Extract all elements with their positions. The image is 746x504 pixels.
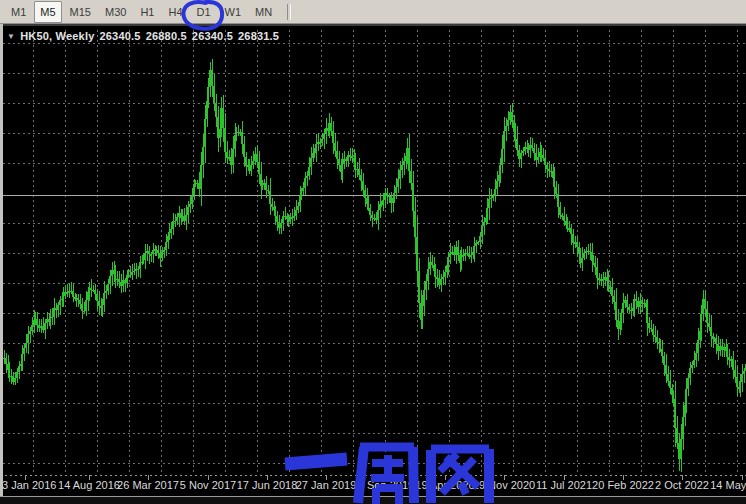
tf-h4-button[interactable]: H4 [162,1,188,23]
x-axis-label: 14 Aug 2016 [58,479,120,491]
x-axis-label: 20 Feb 2022 [592,479,654,491]
x-axis-label: 3 Jan 2016 [2,479,56,491]
tf-m5-button[interactable]: M5 [34,1,61,23]
x-axis-label: 11 Jul 2021 [536,479,592,491]
candlestick-chart-canvas[interactable] [0,0,746,504]
x-axis-label: 14 May 2023 [710,479,746,491]
x-axis-label: 27 Jan 2019 [296,479,357,491]
timeframe-toolbar: M1 M5 M15 M30 H1 H4 D1 W1 MN [0,0,746,24]
tf-w1-button[interactable]: W1 [219,1,248,23]
x-axis-label: 29 Nov 2020 [473,479,535,491]
x-axis: 3 Jan 201614 Aug 201626 Mar 20175 Nov 20… [0,479,746,495]
tf-m1-button[interactable]: M1 [5,1,32,23]
app-window: M1 M5 M15 M30 H1 H4 D1 W1 MN ▼HK50, Week… [0,0,746,504]
symbol-period-label: HK50, Weekly [20,30,94,42]
chevron-down-icon[interactable]: ▼ [7,32,15,41]
x-axis-label: 17 Jun 2018 [237,479,298,491]
x-axis-label: 5 Nov 2017 [180,479,236,491]
tf-h1-button[interactable]: H1 [134,1,160,23]
x-axis-label: 2 Oct 2022 [655,479,709,491]
tf-d1-button[interactable]: D1 [191,1,217,23]
x-axis-label: 26 Mar 2017 [117,479,179,491]
ohlc-high: 26880.5 [146,30,187,42]
tf-mn-button[interactable]: MN [249,1,278,23]
toolbar-separator [287,4,291,20]
x-axis-label: 19 Apr 2020 [415,479,474,491]
chart-window-top-border [0,24,746,26]
x-axis-label: 8 Sep 2019 [358,479,414,491]
ohlc-low: 26340.5 [192,30,233,42]
ohlc-close: 26831.5 [238,30,279,42]
tf-m15-button[interactable]: M15 [64,1,97,23]
ohlc-open: 26340.5 [99,30,140,42]
chart-window-left-border [0,24,3,496]
window-bottom-frame [0,497,746,504]
chart-title: ▼HK50, Weekly26340.526880.526340.526831.… [7,30,279,42]
tf-m30-button[interactable]: M30 [99,1,132,23]
